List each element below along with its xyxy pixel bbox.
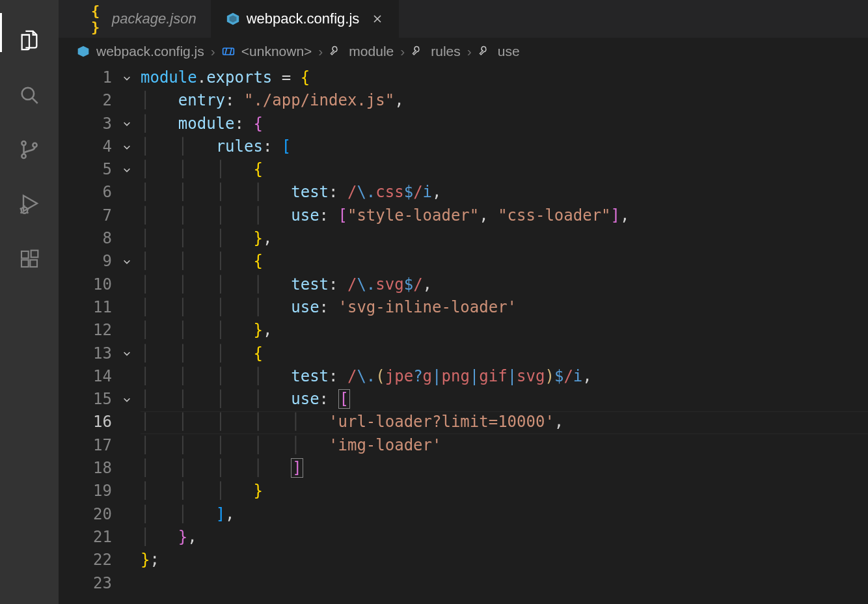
line-number: 1	[59, 66, 141, 89]
svg-rect-12	[21, 251, 29, 258]
code-line[interactable]: │ │ │ │ │ 'url-loader?limit=10000',	[141, 411, 868, 433]
code-line[interactable]: │ │ │ {	[141, 342, 868, 365]
line-number: 10	[59, 273, 141, 296]
activity-run-debug[interactable]	[14, 189, 45, 220]
fold-chevron-icon[interactable]	[121, 158, 133, 181]
line-number: 5	[59, 158, 141, 181]
activity-source-control[interactable]	[14, 134, 45, 165]
svg-marker-5	[23, 196, 37, 212]
line-number: 9	[59, 250, 141, 273]
line-number: 13	[59, 342, 141, 365]
chevron-right-icon: ›	[211, 44, 215, 59]
run-debug-icon	[18, 193, 41, 216]
wrench-icon	[329, 45, 342, 58]
tab-package-json[interactable]: { } package.json	[77, 0, 211, 38]
code-line[interactable]: │ │ │ │ │ 'img-loader'	[141, 434, 868, 457]
svg-line-1	[33, 98, 38, 103]
svg-point-3	[21, 154, 25, 158]
line-number: 12	[59, 319, 141, 342]
activity-active-indicator	[0, 13, 2, 52]
fold-chevron-icon[interactable]	[121, 342, 133, 365]
activity-extensions[interactable]	[14, 243, 45, 275]
code-editor[interactable]: 1234567891011121314151617181920212223 mo…	[59, 65, 868, 604]
code-line[interactable]: │ │ │ {	[141, 158, 868, 181]
tab-label: webpack.config.js	[247, 10, 360, 27]
code-line[interactable]: │ │ │ │ use: 'svg-inline-loader'	[141, 296, 868, 319]
line-number: 19	[59, 480, 141, 502]
line-number: 21	[59, 526, 141, 549]
line-number: 16	[59, 411, 141, 433]
code-line[interactable]: };	[141, 549, 868, 571]
wrench-icon	[411, 45, 424, 58]
tab-bar: { } package.json webpack.config.js	[59, 0, 868, 38]
breadcrumb[interactable]: webpack.config.js › <unknown> › module ›…	[59, 38, 868, 65]
code-line[interactable]: │ │ │ │ use: [	[141, 388, 868, 411]
fold-chevron-icon[interactable]	[121, 135, 133, 158]
code-line[interactable]: │ },	[141, 526, 868, 549]
breadcrumb-item[interactable]: rules	[431, 44, 461, 59]
breadcrumb-item[interactable]: webpack.config.js	[96, 44, 204, 59]
line-number: 15	[59, 388, 141, 411]
fold-chevron-icon[interactable]	[121, 66, 133, 89]
fold-chevron-icon[interactable]	[121, 113, 133, 135]
activity-explorer[interactable]	[14, 25, 45, 56]
code-line[interactable]	[141, 572, 868, 595]
svg-line-10	[21, 212, 22, 213]
code-line[interactable]: │ │ │ │ test: /\.css$/i,	[141, 181, 868, 204]
code-line[interactable]: │ │ │ },	[141, 319, 868, 342]
breadcrumb-item[interactable]: use	[498, 44, 520, 59]
line-number: 14	[59, 365, 141, 388]
code-line[interactable]: │ │ │ │ test: /\.(jpe?g|png|gif|svg)$/i,	[141, 365, 868, 388]
search-icon	[18, 84, 40, 106]
svg-line-22	[225, 48, 227, 55]
branch-icon	[18, 139, 40, 161]
code-line[interactable]: │ entry: "./app/index.js",	[141, 89, 868, 112]
svg-line-23	[230, 48, 232, 55]
line-number: 23	[59, 572, 141, 595]
wrench-icon	[478, 45, 491, 58]
breadcrumb-item[interactable]: module	[349, 44, 394, 59]
activity-search[interactable]	[14, 79, 45, 111]
line-number: 18	[59, 457, 141, 480]
fold-chevron-icon[interactable]	[121, 388, 133, 411]
code-line[interactable]: │ │ │ },	[141, 227, 868, 250]
code-line[interactable]: │ │ rules: [	[141, 135, 868, 158]
svg-line-11	[27, 212, 28, 213]
chevron-right-icon: ›	[467, 44, 472, 59]
svg-rect-14	[30, 260, 37, 267]
line-number-gutter: 1234567891011121314151617181920212223	[59, 66, 141, 604]
svg-rect-15	[31, 251, 38, 258]
code-line[interactable]: module.exports = {	[141, 66, 868, 89]
svg-point-4	[33, 143, 36, 147]
code-line[interactable]: │ │ │ }	[141, 480, 868, 502]
tab-close-button[interactable]	[371, 12, 384, 25]
code-content[interactable]: module.exports = {│ entry: "./app/index.…	[141, 66, 868, 604]
svg-rect-21	[223, 48, 234, 55]
line-number: 17	[59, 434, 141, 457]
code-line[interactable]: │ module: {	[141, 113, 868, 135]
svg-point-0	[22, 88, 34, 100]
breadcrumb-item[interactable]: <unknown>	[241, 44, 312, 59]
code-line[interactable]: │ │ │ {	[141, 250, 868, 273]
svg-line-8	[20, 208, 21, 210]
svg-line-9	[27, 208, 29, 210]
svg-point-2	[21, 141, 25, 145]
symbol-module-icon	[222, 45, 235, 58]
chevron-right-icon: ›	[400, 44, 405, 59]
webpack-cube-icon	[226, 12, 240, 26]
code-line[interactable]: │ │ ],	[141, 503, 868, 526]
svg-rect-13	[21, 260, 29, 267]
close-icon	[372, 14, 383, 24]
code-line[interactable]: │ │ │ │ use: ["style-loader", "css-loade…	[141, 204, 868, 227]
code-line[interactable]: │ │ │ │ test: /\.svg$/,	[141, 273, 868, 296]
json-braces-icon: { }	[91, 12, 105, 26]
tab-webpack-config[interactable]: webpack.config.js	[211, 0, 400, 38]
extensions-icon	[19, 249, 40, 269]
line-number: 2	[59, 89, 141, 112]
line-number: 4	[59, 135, 141, 158]
code-line[interactable]: │ │ │ │ ]	[141, 457, 868, 480]
svg-marker-20	[78, 46, 89, 57]
fold-chevron-icon[interactable]	[121, 250, 133, 273]
chevron-right-icon: ›	[318, 44, 323, 59]
line-number: 11	[59, 296, 141, 319]
